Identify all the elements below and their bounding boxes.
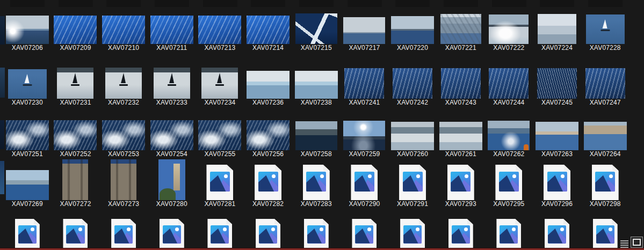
details-view-icon[interactable] — [620, 240, 628, 248]
file-name-label: XAV07236 — [252, 99, 284, 107]
file-item[interactable]: XAV07264 — [581, 119, 629, 158]
file-item[interactable]: XAV07213 — [196, 14, 244, 52]
file-item[interactable]: XAV07282 — [244, 159, 292, 208]
cropped-thumbnail-sliver — [0, 161, 4, 194]
file-item[interactable] — [292, 210, 341, 250]
photo-thumbnail — [198, 120, 241, 150]
file-item[interactable]: XAV07252 — [52, 119, 100, 158]
file-item[interactable]: XAV07262 — [485, 119, 533, 158]
file-name-label: XAV07253 — [108, 150, 139, 158]
file-item[interactable]: XAV07261 — [437, 119, 485, 158]
file-item[interactable]: XAV07281 — [196, 159, 244, 208]
file-item[interactable]: XAV07298 — [581, 159, 629, 208]
file-item[interactable]: XAV07272 — [52, 159, 100, 208]
file-item[interactable]: XAV07228 — [581, 14, 629, 52]
image-file-icon — [495, 165, 522, 200]
file-item[interactable]: XAV07253 — [99, 119, 148, 158]
page-fold-icon — [612, 165, 619, 171]
file-item[interactable]: XAV07215 — [292, 14, 341, 52]
file-item[interactable]: XAV07269 — [3, 159, 52, 208]
file-item[interactable]: XAV07255 — [196, 119, 244, 158]
file-item[interactable]: XAV07263 — [533, 119, 581, 158]
file-item[interactable]: XAV07242 — [388, 67, 437, 107]
file-name-label: XAV07251 — [12, 150, 43, 158]
photo-thumbnail — [391, 16, 434, 44]
file-item[interactable]: XAV07258 — [292, 119, 341, 158]
file-item[interactable] — [52, 210, 100, 250]
sun-dot-icon — [78, 227, 82, 231]
photo-thumbnail — [441, 68, 481, 99]
file-item[interactable]: XAV07243 — [437, 67, 485, 107]
file-item[interactable] — [388, 210, 437, 250]
file-item[interactable] — [244, 210, 292, 250]
file-item[interactable]: XAV07245 — [533, 67, 581, 107]
file-item[interactable]: XAV07221 — [437, 14, 485, 52]
photo-thumbnail — [489, 68, 529, 99]
photo-thumbnail — [6, 16, 49, 44]
file-item[interactable] — [99, 210, 148, 250]
photo-thumbnail — [62, 159, 88, 200]
file-item[interactable]: XAV07220 — [388, 14, 437, 52]
file-item[interactable]: XAV07296 — [533, 159, 581, 208]
file-item[interactable]: XAV07283 — [292, 159, 341, 208]
file-item[interactable]: XAV07254 — [148, 119, 196, 158]
image-file-icon — [304, 219, 329, 250]
file-item[interactable]: XAV07233 — [148, 67, 196, 107]
file-item[interactable]: XAV07293 — [437, 159, 485, 208]
file-name-label: XAV07214 — [252, 44, 284, 52]
file-item[interactable]: XAV07222 — [485, 14, 533, 52]
page-fold-icon — [226, 219, 232, 224]
file-item[interactable]: XAV07295 — [485, 159, 533, 208]
image-file-icon — [448, 219, 473, 250]
file-item[interactable] — [3, 210, 52, 250]
file-item[interactable]: XAV07209 — [52, 14, 100, 52]
file-item[interactable] — [148, 210, 196, 250]
file-name-label: XAV07233 — [156, 99, 187, 107]
file-name-label: XAV07238 — [301, 99, 332, 107]
image-glyph-icon — [403, 225, 422, 244]
image-file-icon — [592, 165, 619, 200]
file-item[interactable]: XAV07234 — [196, 67, 244, 107]
file-item[interactable]: XAV07231 — [52, 67, 100, 107]
file-item[interactable]: XAV07238 — [292, 67, 341, 107]
file-item[interactable]: XAV07247 — [581, 67, 629, 107]
file-name-label: XAV07291 — [397, 200, 428, 208]
image-file-icon — [206, 165, 233, 200]
photo-thumbnail — [247, 120, 290, 150]
file-name-label: XAV07254 — [156, 150, 187, 158]
sun-dot-icon — [272, 174, 276, 178]
page-fold-icon — [563, 219, 569, 224]
file-item[interactable]: XAV07210 — [99, 14, 148, 52]
file-item[interactable]: XAV07259 — [341, 119, 389, 158]
file-item[interactable]: XAV07244 — [485, 67, 533, 107]
image-glyph-icon — [259, 225, 277, 244]
file-name-label: XAV07290 — [349, 200, 380, 208]
file-item[interactable]: XAV07256 — [244, 119, 292, 158]
file-item[interactable]: XAV07236 — [244, 67, 292, 107]
grid-row: XAV07230XAV07231XAV07232XAV07233XAV07234… — [3, 67, 629, 107]
file-item[interactable]: XAV07232 — [99, 67, 148, 107]
file-item[interactable]: XAV07230 — [3, 67, 52, 107]
file-item[interactable] — [437, 210, 485, 250]
file-item[interactable]: XAV07217 — [341, 14, 389, 52]
sun-dot-icon — [512, 227, 516, 231]
file-item[interactable] — [533, 210, 581, 250]
file-item[interactable]: XAV07214 — [244, 14, 292, 52]
file-item[interactable]: XAV07260 — [388, 119, 437, 158]
file-item[interactable]: XAV07206 — [3, 14, 52, 52]
file-name-label: XAV07269 — [12, 200, 43, 208]
file-item[interactable]: XAV07291 — [388, 159, 437, 208]
file-item[interactable]: XAV07273 — [99, 159, 148, 208]
file-item[interactable] — [196, 210, 244, 250]
file-item[interactable] — [341, 210, 389, 250]
file-item[interactable]: XAV07211 — [148, 14, 196, 52]
thumbnails-view-icon[interactable] — [631, 237, 643, 248]
file-item[interactable] — [485, 210, 533, 250]
file-item[interactable]: XAV07251 — [3, 119, 52, 158]
file-item[interactable]: XAV07290 — [341, 159, 389, 208]
photo-thumbnail — [247, 71, 290, 99]
image-file-icon — [545, 219, 569, 250]
file-item[interactable]: XAV07224 — [533, 14, 581, 52]
file-item[interactable]: XAV07280 — [148, 159, 196, 208]
file-item[interactable]: XAV07241 — [341, 67, 389, 107]
